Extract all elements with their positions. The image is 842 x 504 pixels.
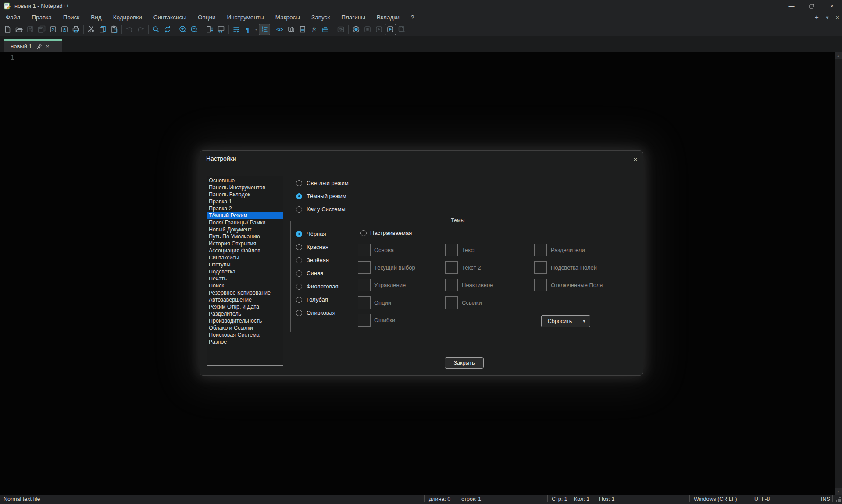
radio-theme-red[interactable] xyxy=(296,244,302,250)
scroll-up-icon[interactable]: ▲ xyxy=(835,52,842,59)
category-item[interactable]: Разделитель xyxy=(207,310,283,317)
color-button-text[interactable] xyxy=(445,244,458,256)
word-wrap-button[interactable] xyxy=(231,24,242,35)
category-item[interactable]: Печать xyxy=(207,275,283,282)
indent-guide-button[interactable] xyxy=(259,24,270,35)
tab-close-icon[interactable]: × xyxy=(46,43,50,50)
user-defined-language-button[interactable]: </> xyxy=(274,24,285,35)
status-typing-mode[interactable]: INS xyxy=(821,495,830,504)
category-item[interactable]: Ассоциация Файлов xyxy=(207,247,283,254)
color-button-links[interactable] xyxy=(445,296,458,309)
new-tab-icon[interactable]: + xyxy=(815,14,819,21)
zoom-in-button[interactable] xyxy=(177,24,189,35)
radio-dark-mode[interactable] xyxy=(296,193,302,199)
resize-grip-icon[interactable] xyxy=(835,497,841,502)
category-item[interactable]: Разное xyxy=(207,338,283,345)
close-all-button[interactable] xyxy=(59,24,70,35)
category-item[interactable]: Режим Откр. и Дата xyxy=(207,303,283,310)
color-button-background[interactable] xyxy=(358,244,371,256)
menu-encoding[interactable]: Кодировки xyxy=(107,12,148,23)
minimize-button[interactable]: — xyxy=(781,0,802,12)
find-button[interactable] xyxy=(150,24,162,35)
menu-view[interactable]: Вид xyxy=(85,12,107,23)
menu-run[interactable]: Запуск xyxy=(306,12,335,23)
menu-search[interactable]: Поиск xyxy=(57,12,85,23)
radio-theme-custom[interactable] xyxy=(360,230,367,236)
show-all-characters-button[interactable]: ¶ xyxy=(242,24,253,35)
dialog-close-button[interactable]: × xyxy=(631,154,640,164)
category-item[interactable]: Правка 2 xyxy=(207,205,283,212)
radio-theme-olive[interactable] xyxy=(296,310,302,316)
color-button-errors[interactable] xyxy=(358,314,371,327)
category-item[interactable]: Поисковая Система xyxy=(207,331,283,338)
print-button[interactable] xyxy=(70,24,82,35)
color-button-options[interactable] xyxy=(358,296,371,309)
category-item[interactable]: Поиск xyxy=(207,282,283,289)
macro-record-button[interactable] xyxy=(350,24,362,35)
vertical-scrollbar[interactable]: ▲ ▼ xyxy=(835,52,842,495)
category-item[interactable]: Отступы xyxy=(207,261,283,268)
category-list[interactable]: Основные Панель Инструментов Панель Вкла… xyxy=(207,176,283,366)
document-map-button[interactable] xyxy=(285,24,297,35)
category-item[interactable]: Панель Вкладок xyxy=(207,191,283,198)
close-file-button[interactable] xyxy=(47,24,59,35)
tab-list-icon[interactable]: ▼ xyxy=(825,15,830,20)
document-list-button[interactable] xyxy=(297,24,308,35)
macro-save-button[interactable] xyxy=(396,24,407,35)
status-eol[interactable]: Windows (CR LF) xyxy=(694,495,737,504)
menu-window[interactable]: Вкладки xyxy=(371,12,405,23)
menu-macro[interactable]: Макросы xyxy=(270,12,306,23)
radio-theme-blue[interactable] xyxy=(296,270,302,277)
save-all-button[interactable] xyxy=(36,24,47,35)
save-button[interactable] xyxy=(25,24,36,35)
category-item[interactable]: Облако и Ссылки xyxy=(207,324,283,331)
category-item[interactable]: История Открытия xyxy=(207,240,283,247)
category-item[interactable]: Панель Инструментов xyxy=(207,184,283,191)
color-button-current-selection[interactable] xyxy=(358,261,371,274)
paste-button[interactable] xyxy=(108,24,120,35)
reset-button[interactable]: Сбросить ▼ xyxy=(541,315,590,327)
radio-theme-purple[interactable] xyxy=(296,284,302,290)
cut-button[interactable] xyxy=(86,24,97,35)
new-file-button[interactable] xyxy=(2,24,13,35)
category-item[interactable]: Поля/ Границы/ Рамки xyxy=(207,219,283,226)
close-tab-icon[interactable]: × xyxy=(836,14,839,21)
menu-edit[interactable]: Правка xyxy=(26,12,57,23)
color-button-inactive[interactable] xyxy=(445,279,458,291)
category-item[interactable]: Синтаксисы xyxy=(207,254,283,261)
menu-help[interactable]: ? xyxy=(405,12,420,23)
category-item[interactable]: Подсветка xyxy=(207,268,283,275)
color-button-separators[interactable] xyxy=(534,244,547,256)
menu-settings[interactable]: Опции xyxy=(192,12,221,23)
macro-play-button[interactable] xyxy=(373,24,385,35)
category-item[interactable]: Основные xyxy=(207,177,283,184)
sync-horizontal-button[interactable] xyxy=(215,24,227,35)
sync-vertical-button[interactable] xyxy=(204,24,215,35)
pin-icon[interactable] xyxy=(36,43,43,50)
category-item[interactable]: Автозавершение xyxy=(207,296,283,303)
folder-as-workspace-button[interactable] xyxy=(320,24,331,35)
radio-follow-system[interactable] xyxy=(296,206,302,213)
radio-theme-cyan[interactable] xyxy=(296,297,302,303)
macro-stop-button[interactable] xyxy=(362,24,373,35)
macro-run-multiple-button[interactable] xyxy=(385,24,396,35)
replace-button[interactable] xyxy=(162,24,173,35)
zoom-out-button[interactable] xyxy=(189,24,200,35)
open-file-button[interactable] xyxy=(13,24,25,35)
radio-theme-green[interactable] xyxy=(296,257,302,263)
category-item[interactable]: Правка 1 xyxy=(207,198,283,205)
color-button-field-highlight[interactable] xyxy=(534,261,547,274)
category-item[interactable]: Новый Документ xyxy=(207,226,283,233)
menu-tools[interactable]: Инструменты xyxy=(221,12,270,23)
menu-language[interactable]: Синтаксисы xyxy=(148,12,192,23)
reset-dropdown-icon[interactable]: ▼ xyxy=(578,316,590,327)
monitoring-button[interactable] xyxy=(335,24,346,35)
function-list-button[interactable]: fx xyxy=(308,24,320,35)
category-item[interactable]: Путь По Умолчанию xyxy=(207,233,283,240)
radio-light-mode[interactable] xyxy=(296,180,302,186)
menu-plugins[interactable]: Плагины xyxy=(335,12,371,23)
color-button-controls[interactable] xyxy=(358,279,371,291)
redo-button[interactable] xyxy=(135,24,146,35)
color-button-text2[interactable] xyxy=(445,261,458,274)
color-button-disabled-fields[interactable] xyxy=(534,279,547,291)
